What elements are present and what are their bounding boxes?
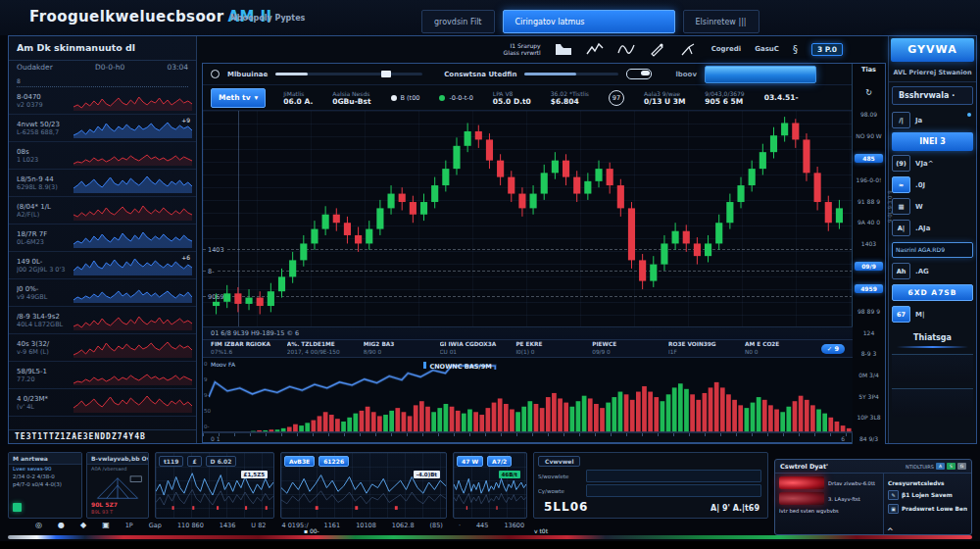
tool-item[interactable]: ▦W <box>892 197 973 216</box>
watchlist-row[interactable]: 8-0470v2 0379 <box>9 87 196 115</box>
stat-value: 0GBu-Bst <box>332 98 370 106</box>
stat-circle-badge[interactable]: 97 <box>609 90 624 106</box>
watchlist-row-meta: /8-9 3L4-9s240L4 L872GBL <box>17 313 74 328</box>
mini-chart-badge[interactable]: 47 W <box>457 456 483 467</box>
sparkline <box>74 174 192 193</box>
mini-chart-badge[interactable]: AvB3E <box>284 456 315 467</box>
toolbar-3d-badge[interactable]: 3 P.0 <box>811 43 843 56</box>
price-axis[interactable]: Tias↻98.09NO 90 W485196-0-0!91 88 99A 40… <box>852 64 885 444</box>
mini-chart-badge[interactable]: t119 <box>159 456 183 467</box>
status-item: (85) <box>430 522 443 529</box>
tool-label: .0J <box>915 181 925 189</box>
control-row-2[interactable]: 3. LAayv-ftst <box>779 492 879 505</box>
tool-item[interactable]: 67M| <box>892 305 973 324</box>
tool-icon: ≈ <box>892 176 910 193</box>
tool-item[interactable]: ≈.0J <box>892 175 973 194</box>
stat-dot-label: -0-0-t-0 <box>449 94 472 102</box>
stats-column-value: 8/90 0 <box>364 349 436 357</box>
action-button[interactable]: 6XD A7SB <box>892 284 973 301</box>
footer-bar <box>0 541 980 549</box>
tab-files[interactable]: grovdsin Filt <box>421 10 495 33</box>
watchlist-panel: Am Dk skinmanuuto dl Oudakder D0-0-h0 03… <box>9 36 197 443</box>
control-link-2[interactable]: ✎β1 Lojen Savem <box>888 490 967 500</box>
watchlist-row[interactable]: 40s 3(32/v-9 6M (L) <box>9 334 196 362</box>
symbol-button[interactable]: Meth tv▾ <box>211 88 266 108</box>
mini-chart-2[interactable]: AvB3E61226-4.0)Bt <box>280 452 447 519</box>
wave-icon[interactable] <box>617 42 635 57</box>
ticker-label: L8/5n-9 44 <box>17 175 74 183</box>
watchlist-row-meta: 4nvwt 50/23L-6258 688,7 <box>17 121 74 136</box>
mini-chart-tag: £1,5Z5 <box>241 471 268 478</box>
price-axis-item[interactable]: 485 <box>855 154 883 163</box>
watchlist-row[interactable]: 08s1 L023 <box>9 142 196 170</box>
mini-chart-badge[interactable]: A7/2 <box>487 456 512 467</box>
record-icon[interactable] <box>211 70 220 78</box>
mini-chart-badge[interactable]: £ <box>187 456 201 467</box>
market-subtitle: AVL Prierrej Stwanion <box>889 64 976 82</box>
watchlist-row[interactable]: J0 0%-v9 49GBL <box>9 279 196 307</box>
gauges-tab[interactable]: Cvwvwel <box>538 456 580 467</box>
status-icon[interactable]: ▣ <box>102 521 110 529</box>
mixer-slider[interactable] <box>275 73 422 75</box>
app-subtitle: Nboopoly Pyptes <box>230 14 305 23</box>
mini-chart-badge[interactable]: D 6.02 <box>206 456 237 467</box>
toolbar-label-cogredi[interactable]: Cogredi <box>711 45 742 53</box>
empty-slot-2 <box>892 388 973 417</box>
control-row-1[interactable]: Drtav zivwbv-6.0tt <box>779 476 879 489</box>
chart-panel: Mlbuuinae Conswtsna Utedfin lboov Meth t… <box>202 63 886 443</box>
status-icon[interactable]: ◆ <box>80 521 86 529</box>
gauge-track-1[interactable] <box>586 470 761 482</box>
tool-item-active[interactable]: INEI 3 <box>892 132 973 151</box>
tool-item[interactable]: (9)VJa^ <box>892 154 973 173</box>
strategy-input[interactable]: Nasrinl AGA.RD9 <box>892 242 973 258</box>
collapse-caret[interactable]: ^ <box>887 527 894 536</box>
control-link-3[interactable]: ▣Pradswret Lowe Bense <box>888 504 967 514</box>
lower-chart[interactable]: Moov FA CNOWNC BAS/9M 099-500- <box>203 358 853 432</box>
watchlist-row-meta: 4 0/23M*(v' 4L <box>17 395 74 411</box>
tool-item[interactable]: A|.AJa <box>892 219 973 237</box>
price-label: v2 0379 <box>17 101 74 109</box>
connectors-slider[interactable] <box>524 73 618 75</box>
price-axis-item[interactable]: 09/9 <box>855 262 883 271</box>
watchlist-row[interactable]: 4 0/23M*(v' 4L <box>9 389 196 417</box>
stats-column-label: PE EKRE <box>515 341 588 349</box>
status-item: U 82 <box>251 522 266 529</box>
control-link-1[interactable]: Cresyurwtcsledvs <box>888 480 967 486</box>
mini-chart-3[interactable]: 47 WA7/246B/t <box>453 452 527 519</box>
stat-group: 03.4.51- <box>764 94 799 102</box>
tab-configuration[interactable]: Ciringatov latmus <box>503 10 675 33</box>
ticker-label: 149 0L- <box>17 258 74 266</box>
stat-group: Aalsia Nesds0GBu-Bst <box>332 90 370 106</box>
tool-item[interactable]: /|Ja <box>892 111 973 129</box>
trend-up-icon[interactable] <box>586 42 604 57</box>
flag-icon <box>423 362 426 369</box>
mini-chart-badge[interactable]: 61226 <box>318 456 349 467</box>
tab-overview[interactable]: Elsinretew ||| <box>683 10 760 33</box>
watchlist-row[interactable]: 58/9L5-177.20 <box>9 362 196 389</box>
watchlist-row[interactable]: L8/5n-9 446298L 8.9(3) <box>9 170 196 197</box>
connectors-toggle[interactable] <box>626 69 652 79</box>
baseline-flag: CNOWNC BAS/9M <box>423 362 491 371</box>
pencil-icon[interactable] <box>649 42 666 57</box>
sparkline <box>74 311 192 330</box>
watchlist-row[interactable]: 149 0L-J00 2GJ9L 3 0'3+6 <box>9 252 196 279</box>
status-icon[interactable]: ◎ <box>35 521 42 529</box>
status-icon[interactable]: ● <box>58 521 65 529</box>
status-bar: ◎●◆▣1PGap110 8601436U 824 0195:/11611010… <box>35 521 721 529</box>
watchlist-row[interactable]: /8-9 3L4-9s240L4 L872GBL <box>9 307 196 334</box>
price-axis-item[interactable]: 4959 <box>855 284 883 293</box>
watchlist-row[interactable]: 4nvwt 50/23L-6258 688,7+9 <box>9 115 196 142</box>
toolbar-label-gasuc[interactable]: GasuC <box>755 45 779 53</box>
stats-badge[interactable]: ✓ 9 <box>821 344 845 354</box>
section-strategies[interactable]: Bsshrvwala · <box>892 86 973 105</box>
watchlist-row[interactable]: 18/7R 7F0L-6M23 <box>9 225 196 252</box>
mini-chart-1[interactable]: t119£D 6.02£1,5Z5 <box>155 452 274 519</box>
pen-line-icon[interactable] <box>680 42 698 57</box>
folder-icon[interactable] <box>555 42 572 57</box>
watchlist-row[interactable]: (8/04* 1/LA2/F(L) <box>9 197 196 225</box>
candlestick-chart[interactable]: 14038-9069 <box>203 111 853 326</box>
brand-wordmark: NTIDLTUIRS <box>906 464 934 470</box>
tool-item[interactable]: Ah.AG <box>892 262 973 280</box>
price-axis-item[interactable]: ↻ <box>853 88 885 97</box>
gauge-track-2[interactable] <box>586 484 761 497</box>
